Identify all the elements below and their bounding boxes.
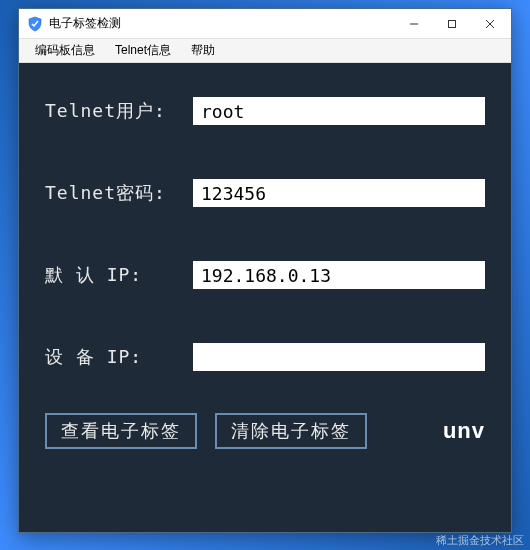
maximize-button[interactable] xyxy=(433,10,471,38)
watermark: 稀土掘金技术社区 xyxy=(436,533,524,548)
row-default-ip: 默 认 IP: xyxy=(45,259,485,291)
default-ip-label: 默 认 IP: xyxy=(45,263,193,287)
row-telnet-user: Telnet用户: xyxy=(45,95,485,127)
app-shield-icon xyxy=(27,16,43,32)
brand-logo: unv xyxy=(443,418,485,444)
button-row: 查看电子标签 清除电子标签 unv xyxy=(45,413,485,449)
minimize-button[interactable] xyxy=(395,10,433,38)
window-title: 电子标签检测 xyxy=(49,15,395,32)
close-button[interactable] xyxy=(471,10,509,38)
row-telnet-pass: Telnet密码: xyxy=(45,177,485,209)
default-ip-input[interactable] xyxy=(193,261,485,289)
telnet-user-label: Telnet用户: xyxy=(45,99,193,123)
telnet-pass-label: Telnet密码: xyxy=(45,181,193,205)
menubar: 编码板信息 Telnet信息 帮助 xyxy=(19,39,511,63)
menu-help[interactable]: 帮助 xyxy=(181,39,225,62)
clear-elabel-button[interactable]: 清除电子标签 xyxy=(215,413,367,449)
titlebar: 电子标签检测 xyxy=(19,9,511,39)
menu-encoding-board-info[interactable]: 编码板信息 xyxy=(25,39,105,62)
client-area: Telnet用户: Telnet密码: 默 认 IP: 设 备 IP: 查看电子… xyxy=(19,63,511,532)
svg-rect-1 xyxy=(449,20,456,27)
telnet-user-input[interactable] xyxy=(193,97,485,125)
view-elabel-button[interactable]: 查看电子标签 xyxy=(45,413,197,449)
menu-telnet-info[interactable]: Telnet信息 xyxy=(105,39,181,62)
brand-logo-text: unv xyxy=(443,418,485,444)
device-ip-input[interactable] xyxy=(193,343,485,371)
window-controls xyxy=(395,10,509,38)
row-device-ip: 设 备 IP: xyxy=(45,341,485,373)
telnet-pass-input[interactable] xyxy=(193,179,485,207)
app-window: 电子标签检测 编码板信息 Telnet信息 帮助 Telnet用户: Telne… xyxy=(18,8,512,533)
device-ip-label: 设 备 IP: xyxy=(45,345,193,369)
